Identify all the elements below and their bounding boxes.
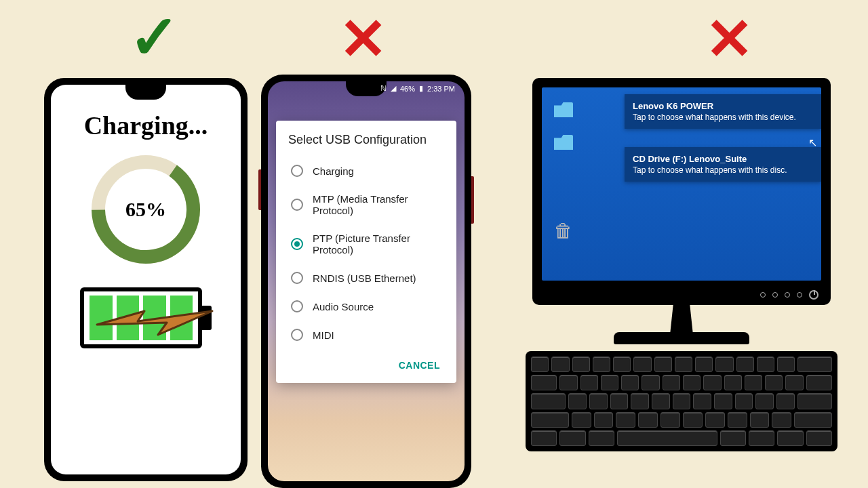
usb-option[interactable]: MTP (Media Transfer Protocol) [288,185,444,224]
monitor-stand [663,305,701,333]
svg-marker-2 [97,311,212,335]
phone-charging: Charging... 65% [44,78,248,481]
cancel-button[interactable]: CANCEL [395,354,444,376]
battery-status: 46% [400,85,415,93]
phone-usb-config: ℕ ◢ 46% ▮ 2:33 PM Select USB Configurati… [261,75,471,488]
battery-icon [80,287,212,348]
keyboard[interactable] [526,351,837,451]
monitor-controls [760,290,818,300]
desktop-screen[interactable]: 🗑 Lenovo K6 POWER Tap to choose what hap… [542,87,821,281]
signal-icon: ◢ [391,84,396,93]
charging-title: Charging... [84,110,208,140]
usb-option[interactable]: Charging [288,157,444,185]
status-bar: ℕ ◢ 46% ▮ 2:33 PM [380,84,455,93]
cursor-icon: ↖ [808,136,817,149]
nfc-icon: ℕ [380,84,387,93]
monitor-button[interactable] [797,292,802,298]
progress-ring: 65% [85,148,207,270]
radio-icon[interactable] [291,272,303,284]
option-label: Audio Source [313,301,374,312]
autoplay-toast-device[interactable]: Lenovo K6 POWER Tap to choose what happe… [625,94,821,129]
percent-text: 65% [125,198,166,220]
battery-icon: ▮ [419,84,423,93]
check-icon: ✓ [129,7,180,68]
cross-icon: ✕ [705,10,753,68]
toast-body: Tap to choose what happens with this dev… [633,113,813,122]
lightning-icon [94,301,216,342]
monitor-button[interactable] [785,292,790,298]
option-label: PTP (Picture Transfer Protocol) [313,232,441,256]
status-time: 2:33 PM [427,85,455,93]
usb-config-dialog: Select USB Configuration ChargingMTP (Me… [276,121,456,383]
monitor: 🗑 Lenovo K6 POWER Tap to choose what hap… [532,78,831,305]
autoplay-toast-disc[interactable]: CD Drive (F:) Lenovo_Suite Tap to choose… [625,147,821,182]
dialog-title: Select USB Configuration [288,133,444,147]
radio-icon[interactable] [291,238,303,250]
radio-icon[interactable] [291,165,303,177]
toast-body: Tap to choose what happens with this dis… [633,165,813,175]
folder-icon[interactable] [554,102,573,117]
desktop-setup: 🗑 Lenovo K6 POWER Tap to choose what hap… [522,78,841,451]
usb-option[interactable]: PTP (Picture Transfer Protocol) [288,224,444,264]
usb-option[interactable]: MIDI [288,321,444,349]
folder-icon[interactable] [554,135,573,150]
radio-icon[interactable] [291,199,303,211]
monitor-button[interactable] [760,292,766,298]
usb-option[interactable]: Audio Source [288,292,444,321]
option-label: RNDIS (USB Ethernet) [313,272,416,284]
option-label: MTP (Media Transfer Protocol) [313,193,441,216]
monitor-button[interactable] [772,292,778,298]
radio-icon[interactable] [291,300,303,312]
phone-notch [125,85,166,100]
toast-title: Lenovo K6 POWER [633,101,813,111]
trash-icon[interactable]: 🗑 [554,220,573,242]
phone-charging-screen: Charging... 65% [51,85,241,474]
monitor-base [614,332,749,344]
option-label: MIDI [313,329,334,341]
usb-option[interactable]: RNDIS (USB Ethernet) [288,264,444,292]
option-label: Charging [313,165,354,177]
power-icon[interactable] [809,290,818,300]
toast-title: CD Drive (F:) Lenovo_Suite [633,154,813,164]
radio-icon[interactable] [291,329,303,341]
cross-icon: ✕ [339,10,387,68]
phone-usb-screen: ℕ ◢ 46% ▮ 2:33 PM Select USB Configurati… [268,81,465,481]
